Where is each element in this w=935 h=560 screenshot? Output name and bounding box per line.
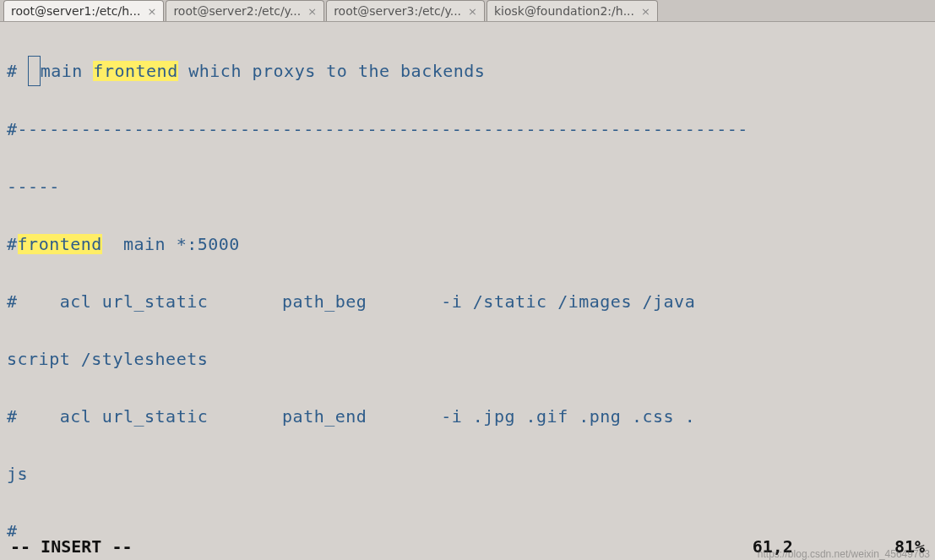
tab-foundation2[interactable]: kiosk@foundation2:/h... × — [487, 0, 658, 21]
tab-server2[interactable]: root@server2:/etc/y... × — [166, 0, 324, 21]
code-line: # main frontend which proxys to the back… — [7, 56, 928, 86]
tab-bar: root@server1:/etc/h... × root@server2:/e… — [0, 0, 935, 22]
close-icon[interactable]: × — [147, 5, 156, 18]
tab-server3[interactable]: root@server3:/etc/y... × — [326, 0, 485, 21]
tab-label: root@server3:/etc/y... — [334, 4, 461, 18]
vim-mode: -- INSERT -- — [10, 536, 133, 557]
code-line: #---------------------------------------… — [7, 115, 928, 144]
watermark: https://blog.csdn.net/weixin_45649763 — [758, 548, 930, 560]
tab-label: kiosk@foundation2:/h... — [494, 4, 634, 18]
code-line: # acl url_static path_end -i .jpg .gif .… — [7, 402, 928, 431]
editor-area[interactable]: # main frontend which proxys to the back… — [0, 22, 935, 560]
search-highlight: frontend — [93, 61, 177, 81]
tab-label: root@server2:/etc/y... — [173, 4, 301, 18]
cursor — [28, 56, 41, 86]
code-line: ----- — [7, 172, 928, 201]
code-line: js — [7, 459, 928, 488]
search-highlight: frontend — [18, 234, 102, 254]
code-line: script /stylesheets — [7, 345, 928, 373]
close-icon[interactable]: × — [468, 5, 477, 18]
code-line: #frontend main *:5000 — [7, 230, 928, 258]
close-icon[interactable]: × — [307, 5, 317, 18]
close-icon[interactable]: × — [641, 5, 650, 18]
code-line: # acl url_static path_beg -i /static /im… — [7, 287, 928, 316]
tab-label: root@server1:/etc/h... — [11, 4, 140, 18]
tab-server1[interactable]: root@server1:/etc/h... × — [3, 0, 164, 21]
